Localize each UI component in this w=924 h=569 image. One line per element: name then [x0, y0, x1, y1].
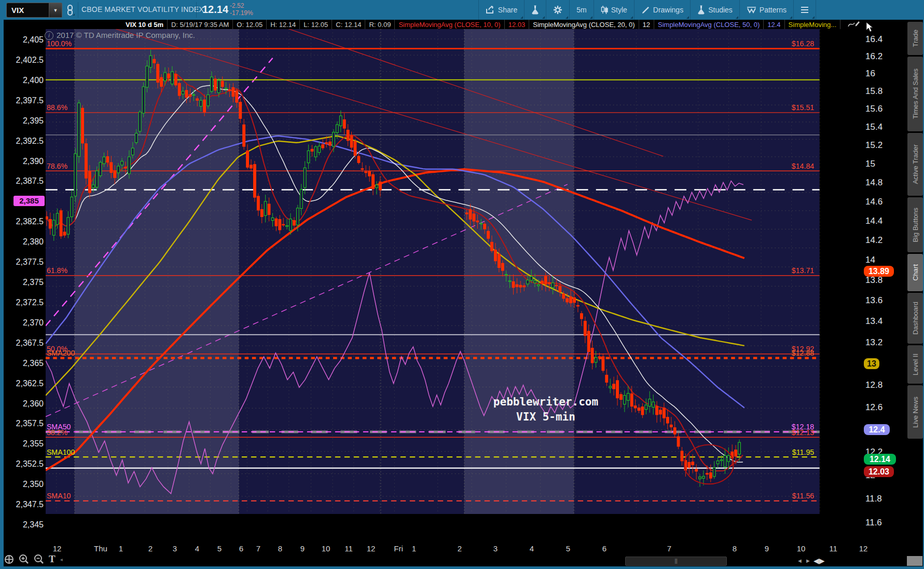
time-axis-label: 12 [859, 544, 868, 553]
dropdown-corner [736, 16, 738, 19]
menu-icon [801, 6, 809, 13]
right-axis-tick: 13.8 [865, 275, 882, 286]
chevron-down-icon[interactable]: ▼ [49, 3, 62, 17]
time-axis-label: 9 [765, 544, 769, 553]
drawings-button[interactable]: Drawings [634, 0, 690, 20]
time-axis-label: Fri [394, 544, 403, 553]
right-axis-price-badge: 12.03 [864, 466, 894, 477]
time-axis-label: 10 [322, 544, 330, 553]
dropdown-corner [630, 16, 633, 19]
dropdown-corner [590, 16, 592, 19]
bottom-frame-strip [0, 566, 924, 569]
sidebar-tab-big-buttons[interactable]: Big Buttons [907, 197, 923, 252]
zoom-in-icon[interactable] [19, 554, 29, 564]
time-axis-label: 12 [367, 544, 376, 553]
time-axis-label: 12 [53, 544, 62, 553]
left-axis-tick: 2,397.5 [2, 96, 44, 105]
scroll-right-icon[interactable]: ► [805, 558, 811, 564]
dropdown-corner [686, 16, 689, 19]
sidebar-tab-label: Active Trader [912, 144, 919, 184]
text-tool-button[interactable]: T [49, 553, 56, 565]
dropdown-corner [812, 16, 815, 19]
time-axis-label: 7 [256, 544, 260, 553]
left-axis-tick: 2,395 [2, 116, 44, 126]
right-axis-tick: 15.4 [865, 122, 882, 132]
watermark-title: VIX 5-min [473, 410, 618, 425]
sma-price-label: $12.18 [792, 423, 815, 431]
time-axis-label: 1 [412, 544, 416, 553]
menu-button[interactable] [793, 0, 816, 20]
sma-price-label: $11.95 [792, 448, 814, 456]
sidebar-tab-level-ii[interactable]: Level II [907, 345, 923, 384]
5m-button[interactable]: 5m [569, 0, 593, 20]
study-label[interactable]: SimpleMovingAvg (CLOSE, 10, 0) [395, 20, 504, 29]
toolbar-button-label: Patterns [760, 6, 787, 14]
fib-pct-label: 61.8% [47, 266, 68, 275]
left-axis-tick: 2,352.5 [2, 459, 44, 469]
copyright-text: 2017 © TD Ameritrade IP Company, Inc. [57, 31, 195, 39]
change-percent: -17.19% [230, 9, 253, 17]
chart-data-header: VIX 10 d 5m D: 5/19/17 9:35 AM O: 12.05H… [0, 20, 924, 29]
studies-button[interactable]: Studies [690, 0, 739, 20]
patterns-icon [747, 6, 756, 14]
flask-button[interactable] [524, 0, 546, 20]
gear-icon [553, 5, 562, 15]
ohlc-value: C: 12.14 [332, 20, 365, 29]
time-axis-label: 5 [566, 544, 570, 553]
sma-price-label: $11.56 [792, 492, 814, 500]
left-axis-tick: 2,345 [2, 520, 44, 530]
right-axis-tick: 13.6 [865, 295, 882, 306]
sidebar-tab-trade[interactable]: Trade [907, 22, 923, 55]
left-axis-tick: 2,367.5 [2, 338, 44, 348]
symbol-dropdown[interactable]: VIX ▼ [6, 3, 62, 18]
dropdown-corner [790, 16, 792, 19]
patterns-button[interactable]: Patterns [739, 0, 793, 20]
top-toolbar: VIX ▼ CBOE MARKET VOLATILITY INDEX 12.14… [0, 0, 924, 20]
dropdown-corner [566, 16, 568, 19]
sidebar-tab-times-and-sales[interactable]: Times And Sales [907, 57, 923, 131]
gear-button[interactable] [546, 0, 569, 20]
pan-tool-icon[interactable] [4, 554, 14, 564]
left-axis-tick: 2,350 [2, 480, 44, 489]
sidebar-tab-chart[interactable]: Chart [907, 254, 923, 291]
study-value: 12 [639, 20, 654, 29]
right-axis-price-badge: 12.14 [864, 454, 896, 465]
info-icon[interactable]: i [45, 31, 53, 40]
sidebar-tab-live-news[interactable]: Live News [907, 385, 923, 439]
right-axis-tick: 12.8 [865, 380, 882, 390]
left-axis-tick: 2,375 [2, 278, 44, 287]
right-sidebar-tabs: TradeTimes And SalesActive TraderBig But… [907, 22, 923, 440]
chart-bottom-tools: T ◂ [4, 553, 63, 565]
corner-resize-handle[interactable] [907, 556, 922, 566]
study-label[interactable]: SimpleMoving... [785, 20, 840, 29]
beaker-icon [697, 5, 705, 15]
right-axis-tick: 12.6 [865, 402, 882, 413]
style-button[interactable]: Style [594, 0, 634, 20]
edit-studies-icon[interactable] [848, 20, 860, 29]
study-label[interactable]: SimpleMovingAvg (CLOSE, 50, 0) [654, 20, 764, 29]
scroll-left-icon[interactable]: ◄ [797, 558, 803, 564]
zoom-out-icon[interactable] [34, 554, 44, 564]
chart-scrollbar-thumb[interactable]: || [625, 557, 727, 566]
study-label[interactable]: SimpleMovingAvg (CLOSE, 20, 0) [529, 20, 639, 29]
right-axis-tick: 14.2 [865, 235, 882, 246]
dropdown-corner [520, 16, 523, 19]
jump-latest-icon[interactable]: ◀▶ [813, 557, 825, 565]
sma-level-label: SMA100 [47, 448, 75, 456]
fib-pct-label: 100.0% [47, 39, 72, 48]
ohlc-value: R: 0.09 [365, 20, 395, 29]
sidebar-tab-dashboard[interactable]: Dashboard [907, 293, 923, 344]
left-axis-tick: 2,402.5 [2, 56, 44, 65]
right-axis-tick: 15.8 [865, 86, 882, 97]
sidebar-tab-active-trader[interactable]: Active Trader [907, 133, 923, 196]
right-axis-tick: 16.4 [865, 34, 882, 45]
time-axis-label: 4 [530, 544, 534, 553]
time-axis-label: 8 [733, 544, 737, 553]
collapse-left-icon[interactable]: ◂ [60, 557, 63, 562]
share-button[interactable]: Share [478, 0, 524, 20]
sidebar-tab-label: Dashboard [912, 302, 919, 335]
chart-plot-area[interactable]: 100.0%$16.2888.6%$15.5178.6%$14.8461.8%$… [46, 29, 863, 541]
fib-price-label: $16.28 [792, 39, 815, 48]
time-axis-label: 11 [829, 544, 837, 553]
link-symbol-icon[interactable] [65, 4, 75, 17]
